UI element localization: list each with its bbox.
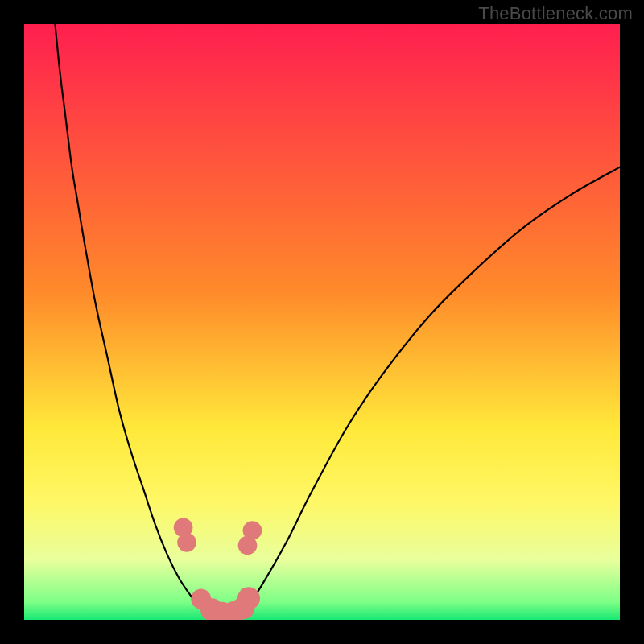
chart-svg: [24, 24, 620, 620]
point-p10: [243, 521, 262, 540]
point-p2: [177, 533, 196, 552]
watermark-text: TheBottleneck.com: [478, 3, 633, 24]
chart-background: [24, 24, 620, 620]
point-p8: [237, 587, 260, 609]
figure-frame: TheBottleneck.com: [0, 0, 644, 644]
plot-area: [24, 24, 620, 620]
